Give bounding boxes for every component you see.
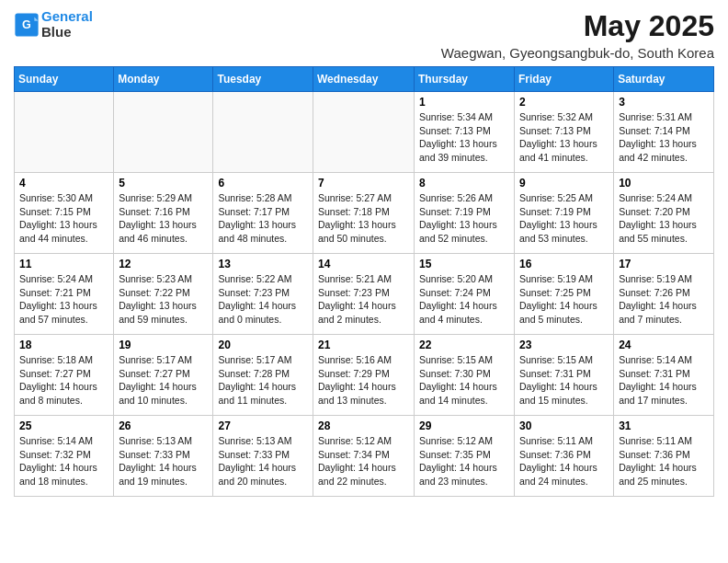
day-number: 19 (119, 339, 208, 351)
days-header-row: SundayMondayTuesdayWednesdayThursdayFrid… (15, 67, 714, 92)
day-number: 25 (19, 419, 108, 432)
day-info: Sunrise: 5:14 AMSunset: 7:31 PMDaylight:… (619, 353, 709, 408)
calendar-cell: 30Sunrise: 5:11 AMSunset: 7:36 PMDayligh… (515, 416, 614, 497)
day-number: 3 (619, 96, 709, 109)
calendar-cell (114, 92, 213, 173)
day-number: 2 (519, 96, 609, 109)
calendar-cell: 24Sunrise: 5:14 AMSunset: 7:31 PMDayligh… (614, 335, 714, 416)
day-number: 4 (19, 177, 108, 190)
day-info: Sunrise: 5:20 AMSunset: 7:24 PMDaylight:… (419, 272, 509, 327)
day-info: Sunrise: 5:22 AMSunset: 7:23 PMDaylight:… (218, 272, 308, 327)
day-number: 15 (419, 258, 509, 270)
logo-icon: G (14, 12, 40, 38)
title-block: May 2025 Waegwan, Gyeongsangbuk-do, Sout… (441, 9, 714, 61)
day-number: 23 (519, 339, 609, 351)
calendar-cell: 29Sunrise: 5:12 AMSunset: 7:35 PMDayligh… (415, 416, 515, 497)
calendar-cell: 18Sunrise: 5:18 AMSunset: 7:27 PMDayligh… (15, 335, 114, 416)
calendar-cell: 6Sunrise: 5:28 AMSunset: 7:17 PMDaylight… (213, 173, 313, 254)
calendar-cell: 26Sunrise: 5:13 AMSunset: 7:33 PMDayligh… (114, 416, 213, 497)
day-info: Sunrise: 5:12 AMSunset: 7:35 PMDaylight:… (419, 434, 509, 488)
day-number: 30 (519, 419, 609, 432)
day-info: Sunrise: 5:26 AMSunset: 7:19 PMDaylight:… (419, 191, 509, 246)
day-number: 11 (19, 258, 108, 270)
day-header-sunday: Sunday (15, 67, 114, 92)
calendar-cell (313, 92, 415, 173)
day-header-wednesday: Wednesday (313, 67, 415, 92)
calendar-cell: 21Sunrise: 5:16 AMSunset: 7:29 PMDayligh… (313, 335, 415, 416)
day-info: Sunrise: 5:15 AMSunset: 7:31 PMDaylight:… (519, 353, 609, 408)
day-number: 29 (419, 419, 509, 432)
day-number: 27 (218, 419, 308, 432)
svg-text:G: G (22, 18, 31, 31)
day-info: Sunrise: 5:16 AMSunset: 7:29 PMDaylight:… (318, 353, 409, 408)
day-header-tuesday: Tuesday (213, 67, 313, 92)
day-info: Sunrise: 5:24 AMSunset: 7:21 PMDaylight:… (19, 272, 108, 327)
logo-line2: Blue (41, 24, 72, 40)
day-number: 1 (419, 96, 509, 109)
day-number: 5 (119, 177, 208, 190)
day-info: Sunrise: 5:25 AMSunset: 7:19 PMDaylight:… (519, 191, 609, 246)
day-number: 8 (419, 177, 509, 190)
day-info: Sunrise: 5:19 AMSunset: 7:26 PMDaylight:… (619, 272, 709, 327)
logo: G General Blue (14, 9, 93, 40)
calendar-cell: 23Sunrise: 5:15 AMSunset: 7:31 PMDayligh… (515, 335, 614, 416)
calendar-cell: 7Sunrise: 5:27 AMSunset: 7:18 PMDaylight… (313, 173, 415, 254)
day-info: Sunrise: 5:31 AMSunset: 7:14 PMDaylight:… (619, 110, 709, 165)
day-info: Sunrise: 5:13 AMSunset: 7:33 PMDaylight:… (218, 434, 308, 488)
day-header-saturday: Saturday (614, 67, 714, 92)
week-row-1: 1Sunrise: 5:34 AMSunset: 7:13 PMDaylight… (15, 92, 714, 173)
calendar-cell: 5Sunrise: 5:29 AMSunset: 7:16 PMDaylight… (114, 173, 213, 254)
day-number: 16 (519, 258, 609, 270)
day-info: Sunrise: 5:15 AMSunset: 7:30 PMDaylight:… (419, 353, 509, 408)
day-info: Sunrise: 5:12 AMSunset: 7:34 PMDaylight:… (318, 434, 409, 488)
day-number: 26 (119, 419, 208, 432)
day-info: Sunrise: 5:23 AMSunset: 7:22 PMDaylight:… (119, 272, 208, 327)
day-info: Sunrise: 5:11 AMSunset: 7:36 PMDaylight:… (619, 434, 709, 488)
day-number: 13 (218, 258, 308, 270)
calendar-cell: 12Sunrise: 5:23 AMSunset: 7:22 PMDayligh… (114, 254, 213, 335)
calendar-cell: 2Sunrise: 5:32 AMSunset: 7:13 PMDaylight… (515, 92, 614, 173)
week-row-4: 18Sunrise: 5:18 AMSunset: 7:27 PMDayligh… (15, 335, 714, 416)
week-row-5: 25Sunrise: 5:14 AMSunset: 7:32 PMDayligh… (15, 416, 714, 497)
day-number: 28 (318, 419, 409, 432)
day-info: Sunrise: 5:24 AMSunset: 7:20 PMDaylight:… (619, 191, 709, 246)
calendar-cell: 14Sunrise: 5:21 AMSunset: 7:23 PMDayligh… (313, 254, 415, 335)
day-number: 10 (619, 177, 709, 190)
calendar-cell: 27Sunrise: 5:13 AMSunset: 7:33 PMDayligh… (213, 416, 313, 497)
day-number: 21 (318, 339, 409, 351)
logo-line1: General (41, 8, 93, 24)
week-row-3: 11Sunrise: 5:24 AMSunset: 7:21 PMDayligh… (15, 254, 714, 335)
day-info: Sunrise: 5:30 AMSunset: 7:15 PMDaylight:… (19, 191, 108, 246)
calendar-cell: 20Sunrise: 5:17 AMSunset: 7:28 PMDayligh… (213, 335, 313, 416)
day-header-monday: Monday (114, 67, 213, 92)
day-info: Sunrise: 5:11 AMSunset: 7:36 PMDaylight:… (519, 434, 609, 488)
day-number: 14 (318, 258, 409, 270)
calendar-cell: 3Sunrise: 5:31 AMSunset: 7:14 PMDaylight… (614, 92, 714, 173)
day-info: Sunrise: 5:21 AMSunset: 7:23 PMDaylight:… (318, 272, 409, 327)
calendar-container: G General Blue May 2025 Waegwan, Gyeongs… (0, 0, 728, 506)
calendar-cell: 17Sunrise: 5:19 AMSunset: 7:26 PMDayligh… (614, 254, 714, 335)
calendar-cell: 25Sunrise: 5:14 AMSunset: 7:32 PMDayligh… (15, 416, 114, 497)
calendar-cell: 16Sunrise: 5:19 AMSunset: 7:25 PMDayligh… (515, 254, 614, 335)
day-info: Sunrise: 5:17 AMSunset: 7:27 PMDaylight:… (119, 353, 208, 408)
logo-text-block: General Blue (41, 9, 93, 40)
day-number: 6 (218, 177, 308, 190)
day-number: 22 (419, 339, 509, 351)
day-number: 7 (318, 177, 409, 190)
day-info: Sunrise: 5:34 AMSunset: 7:13 PMDaylight:… (419, 110, 509, 165)
day-info: Sunrise: 5:13 AMSunset: 7:33 PMDaylight:… (119, 434, 208, 488)
calendar-cell: 15Sunrise: 5:20 AMSunset: 7:24 PMDayligh… (415, 254, 515, 335)
calendar-cell (15, 92, 114, 173)
day-info: Sunrise: 5:27 AMSunset: 7:18 PMDaylight:… (318, 191, 409, 246)
day-header-thursday: Thursday (415, 67, 515, 92)
day-number: 9 (519, 177, 609, 190)
calendar-cell: 4Sunrise: 5:30 AMSunset: 7:15 PMDaylight… (15, 173, 114, 254)
day-number: 18 (19, 339, 108, 351)
calendar-cell: 10Sunrise: 5:24 AMSunset: 7:20 PMDayligh… (614, 173, 714, 254)
calendar-cell: 31Sunrise: 5:11 AMSunset: 7:36 PMDayligh… (614, 416, 714, 497)
calendar-cell: 1Sunrise: 5:34 AMSunset: 7:13 PMDaylight… (415, 92, 515, 173)
day-info: Sunrise: 5:19 AMSunset: 7:25 PMDaylight:… (519, 272, 609, 327)
day-number: 31 (619, 419, 709, 432)
calendar-cell: 19Sunrise: 5:17 AMSunset: 7:27 PMDayligh… (114, 335, 213, 416)
day-header-friday: Friday (515, 67, 614, 92)
